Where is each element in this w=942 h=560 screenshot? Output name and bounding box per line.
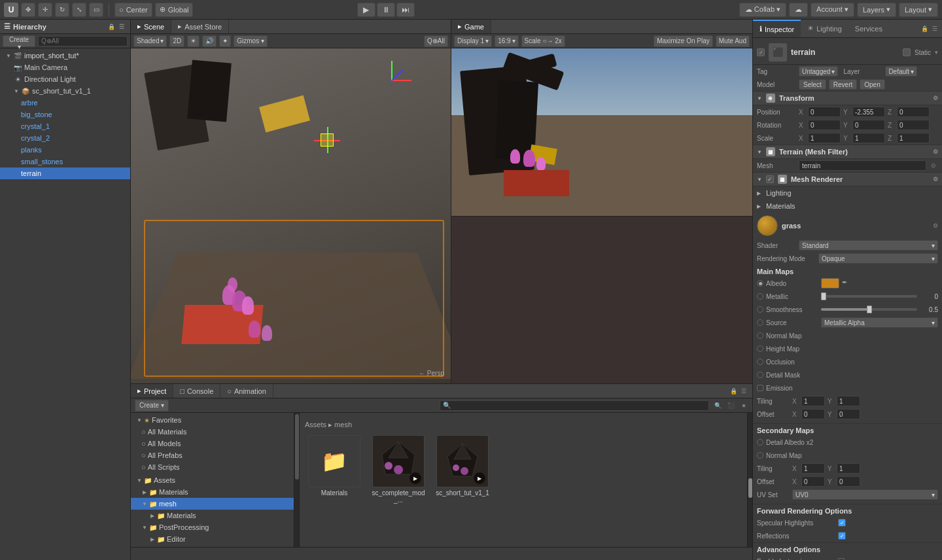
asset-sc-complete[interactable]: ▶ sc_complete_mod_... <box>369 435 428 504</box>
emission-checkbox[interactable] <box>757 385 763 391</box>
normal-map-radio[interactable] <box>757 332 763 339</box>
account-button[interactable]: Account ▾ <box>811 3 854 17</box>
mesh-renderer-checkbox[interactable]: ✓ <box>766 175 774 183</box>
pos-x-field[interactable] <box>808 107 841 117</box>
layers-button[interactable]: Layers ▾ <box>857 3 896 17</box>
tab-game[interactable]: ▸ Game <box>451 20 491 33</box>
offset-x-field[interactable] <box>801 409 825 419</box>
source-dropdown[interactable]: Metallic Alpha ▾ <box>821 317 938 328</box>
project-star-icon[interactable]: ★ <box>739 401 748 410</box>
tab-inspector[interactable]: ℹ Inspector <box>753 20 801 37</box>
hierarchy-search[interactable] <box>38 36 128 46</box>
source-radio[interactable] <box>757 319 763 326</box>
scene-2d-btn[interactable]: 2D <box>169 35 184 47</box>
shader-dropdown[interactable]: Standard ▾ <box>799 240 938 251</box>
hierarchy-create-btn[interactable]: Create ▾ <box>3 35 35 47</box>
offset2-y-field[interactable] <box>837 476 860 487</box>
hierarchy-item-camera[interactable]: 📷 Main Camera <box>0 61 130 73</box>
mute-btn[interactable]: Mute Aud <box>716 35 750 47</box>
albedo-swatch[interactable] <box>821 278 839 289</box>
project-collapse-icon[interactable]: ⬛ <box>726 401 735 410</box>
eyedropper-icon[interactable]: ✒ <box>842 279 851 288</box>
tree-all-prefabs[interactable]: ○ All Prefabs <box>131 449 294 461</box>
layer-dropdown[interactable]: Default ▾ <box>885 66 917 77</box>
scale-y-field[interactable] <box>852 133 885 143</box>
metallic-slider[interactable] <box>821 295 917 298</box>
asset-materials[interactable]: 📁 Materials <box>305 435 364 504</box>
project-search[interactable] <box>440 400 709 411</box>
toolbar-move-tool[interactable]: ✛ <box>38 3 52 17</box>
smoothness-radio[interactable] <box>757 306 763 313</box>
height-map-radio[interactable] <box>757 345 763 352</box>
mesh-filter-gear[interactable]: ⚙ <box>933 149 938 155</box>
scale-control[interactable]: Scale ○→ 2x <box>521 35 565 47</box>
tree-assets[interactable]: ▼ 📁 Assets <box>131 474 294 486</box>
offset2-x-field[interactable] <box>801 476 825 487</box>
inspector-menu[interactable]: ☰ <box>930 24 939 33</box>
tab-scene[interactable]: ▸ Scene <box>131 20 171 33</box>
transform-section[interactable]: ▼ ⊕ Transform ⚙ <box>753 91 942 105</box>
hierarchy-item-big-stone[interactable]: big_stone <box>0 109 130 120</box>
hierarchy-menu[interactable]: ☰ <box>117 22 126 31</box>
project-menu[interactable]: ☰ <box>739 387 748 396</box>
tab-services[interactable]: Services <box>848 20 889 37</box>
scene-fx-btn[interactable]: ✦ <box>219 35 231 47</box>
tree-editor[interactable]: ▶ 📁 Editor <box>131 533 294 545</box>
center-btn[interactable]: ○ Center <box>114 3 152 17</box>
hierarchy-item-arbre[interactable]: arbre <box>0 97 130 109</box>
project-search-icon[interactable]: 🔍 <box>713 401 722 410</box>
toolbar-scale-tool[interactable]: ⤡ <box>72 3 86 17</box>
scale-z-field[interactable] <box>897 133 930 143</box>
mesh-renderer-section[interactable]: ▼ ✓ ▦ Mesh Renderer ⚙ <box>753 172 942 186</box>
pos-y-field[interactable] <box>852 107 885 117</box>
pause-button[interactable]: ⏸ <box>377 3 395 17</box>
hierarchy-item-small-stones[interactable]: small_stones <box>0 156 130 167</box>
static-checkbox[interactable] <box>903 48 911 56</box>
global-btn[interactable]: ⊕ Global <box>155 3 194 17</box>
materials-row[interactable]: ▶ Materials <box>753 200 942 213</box>
hierarchy-item-root[interactable]: ▼ 🎬 import_short_tut* <box>0 50 130 61</box>
mesh-renderer-gear[interactable]: ⚙ <box>933 176 938 183</box>
tiling2-x-field[interactable] <box>801 463 825 474</box>
normal-map2-radio[interactable] <box>757 452 763 459</box>
revert-btn[interactable]: Revert <box>829 79 857 90</box>
hierarchy-lock[interactable]: 🔒 <box>107 22 116 31</box>
lighting-row[interactable]: ▶ Lighting <box>753 186 942 200</box>
hierarchy-item-crystal1[interactable]: crystal_1 <box>0 120 130 132</box>
open-btn[interactable]: Open <box>860 79 884 90</box>
tiling2-y-field[interactable] <box>837 463 860 474</box>
collab-button[interactable]: ☁ Collab ▾ <box>739 3 786 17</box>
tree-materials[interactable]: ▶ 📁 Materials <box>131 486 294 498</box>
hierarchy-item-light[interactable]: ☀ Directional Light <box>0 73 130 85</box>
tab-asset-store[interactable]: ▸ Asset Store <box>171 20 229 33</box>
offset-y-field[interactable] <box>837 409 860 419</box>
tab-animation[interactable]: ○ Animation <box>220 384 273 398</box>
maximize-btn[interactable]: Maximize On Play <box>654 35 713 47</box>
tiling-x-field[interactable] <box>801 396 825 406</box>
specular-check[interactable]: ✓ <box>838 519 846 527</box>
pos-z-field[interactable] <box>897 107 930 117</box>
toolbar-rotate-tool[interactable]: ↻ <box>55 3 69 17</box>
toolbar-rect-tool[interactable]: ▭ <box>89 3 103 17</box>
sc-short-play[interactable]: ▶ <box>474 472 485 484</box>
hierarchy-item-planks[interactable]: planks <box>0 144 130 156</box>
aspect-dropdown[interactable]: 16:9 ▾ <box>495 35 518 47</box>
scene-audio-btn[interactable]: 🔊 <box>202 35 217 47</box>
mesh-select-icon[interactable]: ⊙ <box>929 161 938 170</box>
mesh-filter-section[interactable]: ▼ ▦ Terrain (Mesh Filter) ⚙ <box>753 145 942 159</box>
step-button[interactable]: ⏭ <box>396 3 415 17</box>
rot-z-field[interactable] <box>897 120 930 130</box>
reflections-check[interactable]: ✓ <box>838 532 846 540</box>
tag-dropdown[interactable]: Untagged ▾ <box>799 66 838 77</box>
detail-albedo-radio[interactable] <box>757 439 763 446</box>
project-main-scrollbar[interactable] <box>747 413 752 547</box>
display-dropdown[interactable]: Display 1 ▾ <box>454 35 492 47</box>
hierarchy-item-terrain[interactable]: terrain <box>0 167 130 179</box>
sc-complete-play[interactable]: ▶ <box>410 472 421 484</box>
tab-project[interactable]: ▸ Project <box>131 384 173 398</box>
albedo-radio[interactable] <box>757 280 763 287</box>
rot-x-field[interactable] <box>808 120 841 130</box>
metallic-radio[interactable] <box>757 293 763 300</box>
play-button[interactable]: ▶ <box>357 3 375 17</box>
scene-search[interactable]: Q⊕All <box>424 35 448 47</box>
